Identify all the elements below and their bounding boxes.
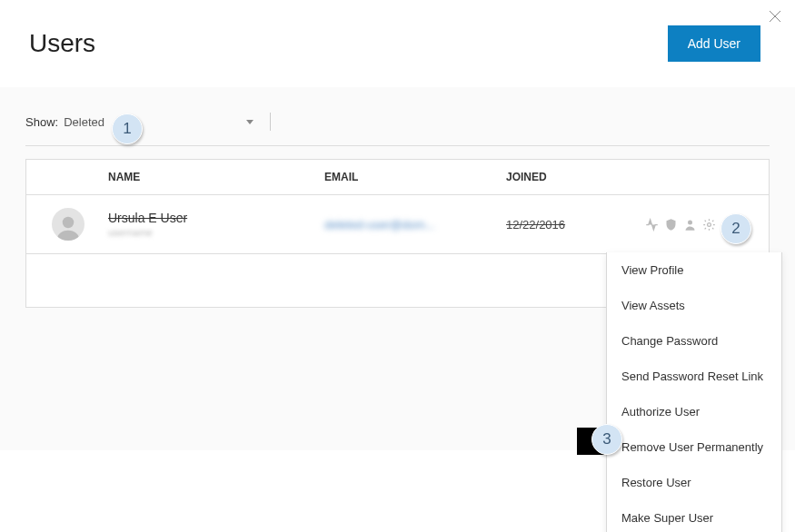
menu-item-authorize[interactable]: Authorize User <box>607 394 781 429</box>
gear-icon[interactable] <box>702 218 716 232</box>
user-joined: 12/22/2016 <box>506 218 565 232</box>
user-name: Ursula E User <box>108 211 324 225</box>
table-header: NAME EMAIL JOINED <box>26 160 769 195</box>
avatar <box>52 208 84 241</box>
add-user-button[interactable]: Add User <box>668 25 760 62</box>
svg-point-4 <box>708 222 711 226</box>
svg-point-3 <box>688 220 692 224</box>
menu-item-send-reset[interactable]: Send Password Reset Link <box>607 359 781 394</box>
menu-item-view-profile[interactable]: View Profile <box>607 252 781 288</box>
menu-item-make-super[interactable]: Make Super User <box>607 500 781 532</box>
shield-icon[interactable] <box>664 218 678 232</box>
close-icon[interactable] <box>768 9 782 24</box>
menu-item-remove-permanently[interactable]: Remove User Permanently <box>607 429 781 465</box>
user-icon[interactable] <box>683 218 697 232</box>
filter-selected-value: Deleted <box>64 115 104 129</box>
callout-3: 3 <box>591 424 622 455</box>
col-email: EMAIL <box>324 171 506 183</box>
page-title: Users <box>29 29 95 58</box>
menu-item-view-assets[interactable]: View Assets <box>607 288 781 323</box>
filter-select[interactable]: Deleted <box>64 115 104 129</box>
user-subtitle: username <box>108 227 324 238</box>
menu-item-change-password[interactable]: Change Password <box>607 323 781 359</box>
callout-1: 1 <box>112 113 143 144</box>
svg-point-2 <box>63 217 75 229</box>
row-actions-menu: View Profile View Assets Change Password… <box>606 252 782 532</box>
filter-divider <box>270 113 271 131</box>
filter-label: Show: <box>25 115 58 129</box>
activity-icon[interactable] <box>645 218 659 232</box>
col-name: NAME <box>108 171 324 183</box>
menu-item-restore[interactable]: Restore User <box>607 465 781 500</box>
table-row: Ursula E User username deleted-user@dom.… <box>26 195 769 254</box>
user-email: deleted-user@dom... <box>324 218 435 232</box>
col-joined: JOINED <box>506 171 633 183</box>
page-header: Users Add User <box>0 0 795 87</box>
chevron-down-icon[interactable] <box>246 120 253 124</box>
callout-2: 2 <box>720 213 751 244</box>
